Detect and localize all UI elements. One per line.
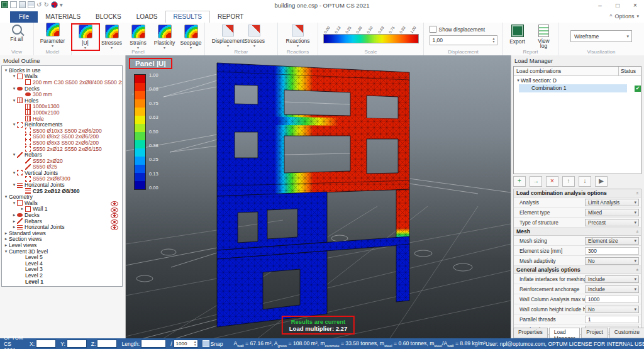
tree-item[interactable]: ▾Blocks in use: [2, 67, 122, 74]
panel-tab-load-manager[interactable]: Load Manager: [549, 328, 580, 338]
expander-icon[interactable]: ▾: [11, 152, 17, 157]
expander-icon[interactable]: ▾: [11, 170, 17, 175]
viewport-3d[interactable]: Panel |U| 1.000.880.750.630.500.380.250.…: [126, 55, 511, 338]
button-plasticity[interactable]: Plasticity▾: [152, 25, 178, 50]
tree-item[interactable]: Level 5: [2, 254, 122, 260]
expander-icon[interactable]: ▸: [3, 243, 9, 248]
button-strains[interactable]: Strains▾: [125, 25, 152, 50]
status-checkbox[interactable]: [635, 86, 641, 92]
snap-checkbox[interactable]: [203, 340, 209, 347]
run-analysis-button[interactable]: ▶: [595, 176, 608, 187]
tree-item[interactable]: Level 1: [2, 279, 122, 285]
options-menu[interactable]: ^ Options ▾: [609, 13, 639, 19]
tree-item[interactable]: ▾Geometry: [2, 194, 122, 200]
tree-item[interactable]: ▸Decks: [2, 212, 122, 218]
tree-item[interactable]: ▸Standard views: [2, 230, 122, 236]
tab-blocks[interactable]: BLOCKS: [88, 11, 129, 23]
button-reactions[interactable]: Reactions▾: [285, 25, 311, 48]
z-input[interactable]: [97, 340, 117, 348]
button-stresses[interactable]: Stresses▾: [99, 25, 125, 50]
collapse-ribbon-icon[interactable]: ^: [609, 13, 612, 19]
expander-icon[interactable]: ▾: [11, 98, 17, 103]
type-of-structure-dropdown[interactable]: Precast: [585, 219, 639, 226]
export-button[interactable]: Export: [504, 25, 531, 45]
button-u[interactable]: |U|▾: [72, 25, 99, 50]
move-down-button[interactable]: ↓: [579, 176, 591, 187]
collapse-chevron-icon[interactable]: «: [634, 269, 640, 271]
tree-item[interactable]: S500 Ø10x3 S500 2xØ6/200: [2, 128, 122, 134]
mesh-sizing-dropdown[interactable]: Element size: [585, 237, 639, 245]
expander-icon[interactable]: ▸: [19, 206, 25, 211]
element-type-dropdown[interactable]: Mixed: [585, 209, 639, 216]
section-header[interactable]: Mesh«: [514, 228, 641, 236]
tree-item[interactable]: S500 Ø8x2 S500 2xØ6/200: [2, 134, 122, 140]
expander-icon[interactable]: ▾: [11, 122, 17, 127]
parallel-threads-input[interactable]: 1: [585, 316, 639, 323]
tree-item[interactable]: ▸Section views: [2, 236, 122, 243]
tree-item[interactable]: S550 2xØ20: [2, 158, 122, 164]
add-combination-button[interactable]: +: [513, 176, 526, 187]
tree-item[interactable]: Level 2: [2, 272, 122, 279]
maximize-button[interactable]: □: [609, 0, 626, 11]
tree-item[interactable]: ▾Decks: [2, 86, 122, 92]
combination-row[interactable]: Combination 1: [514, 84, 641, 92]
tree-item[interactable]: ▾Holes: [2, 97, 122, 104]
section-header[interactable]: Load combination analysis options«: [514, 189, 641, 197]
expander-icon[interactable]: ▸: [11, 213, 17, 218]
displacement-scale-input[interactable]: 1,00 ▲▼: [430, 35, 497, 45]
button-displacement[interactable]: Displacement▾: [215, 25, 242, 48]
tree-item[interactable]: Level 3: [2, 267, 122, 273]
expander-icon[interactable]: ▸: [11, 219, 17, 224]
tree-item[interactable]: ▸Rebars: [2, 218, 122, 224]
tree-item[interactable]: 1000x1300: [2, 104, 122, 110]
inflate-interfaces-for-meshing-dropdown[interactable]: Include: [585, 275, 639, 283]
analysis-dropdown[interactable]: Limit Analysis: [585, 199, 639, 206]
button-seepage[interactable]: Seepage▾: [178, 25, 204, 50]
section-header[interactable]: General analysis options«: [514, 266, 641, 274]
tree-item[interactable]: ▸Horizontal Joints: [2, 224, 122, 230]
x-input[interactable]: [36, 340, 56, 348]
show-displacement-checkbox[interactable]: [430, 26, 436, 33]
expander-icon[interactable]: ▾: [3, 68, 9, 73]
tree-item[interactable]: ▾Reinforcements: [2, 121, 122, 128]
tree-item[interactable]: S550 2xØ12 S550 2xØ6/150: [2, 146, 122, 152]
wall-section-row[interactable]: ▾ Wall section: D: [514, 76, 641, 84]
tab-loads[interactable]: LOADS: [129, 11, 165, 23]
tree-item[interactable]: Hole: [2, 116, 122, 122]
tab-results[interactable]: RESULTS: [165, 11, 210, 23]
view-log-button[interactable]: View log: [531, 25, 557, 48]
scale-colorbar[interactable]: [323, 34, 419, 43]
delete-combination-button[interactable]: ×: [546, 176, 558, 187]
grid-scale-spinner[interactable]: 1000 ▲▼: [174, 340, 198, 348]
spinner-arrows-icon[interactable]: ▲▼: [492, 37, 497, 43]
expander-icon[interactable]: ▾: [3, 194, 9, 199]
button-stresses[interactable]: Stresses▾: [242, 25, 268, 48]
tree-item[interactable]: ▾Horizontal Joints: [2, 182, 122, 188]
expander-icon[interactable]: ▾: [516, 78, 521, 83]
element-size-mm--input[interactable]: 300: [585, 247, 639, 255]
tree-item[interactable]: 200 mm C30 S500 2xØ8/400 S500 2xØ8/...: [2, 79, 122, 86]
tree-item[interactable]: ▾Current 3D level: [2, 248, 122, 255]
expander-icon[interactable]: ▾: [11, 182, 17, 187]
expander-icon[interactable]: ▾: [3, 249, 9, 254]
expander-icon[interactable]: ▸: [11, 224, 17, 230]
spinner-arrows-icon[interactable]: ▲▼: [194, 341, 197, 346]
tree-item[interactable]: Level 4: [2, 260, 122, 267]
reinforcement-anchorage-dropdown[interactable]: Include: [585, 285, 639, 293]
import-combination-button[interactable]: →: [530, 176, 542, 187]
wall-column-analysis-max-width-input[interactable]: 1000: [585, 296, 639, 303]
collapse-chevron-icon[interactable]: «: [634, 230, 640, 233]
expander-icon[interactable]: ▸: [3, 236, 9, 241]
tree-item[interactable]: 1000x2100: [2, 109, 122, 116]
tree-item[interactable]: S550 2xØ8/300: [2, 176, 122, 182]
wireframe-dropdown[interactable]: Wireframe: [570, 30, 632, 42]
length-input[interactable]: [141, 340, 166, 348]
combination-label[interactable]: Combination 1: [519, 84, 627, 92]
mesh-adaptivity-dropdown[interactable]: No: [585, 257, 639, 265]
panel-tab-properties[interactable]: Properties: [513, 328, 548, 338]
tree-item[interactable]: ▾Walls: [2, 200, 122, 206]
expander-icon[interactable]: ▾: [11, 201, 17, 206]
expander-icon[interactable]: ▾: [11, 86, 17, 91]
minimize-button[interactable]: –: [591, 0, 609, 11]
close-button[interactable]: ×: [626, 0, 644, 11]
